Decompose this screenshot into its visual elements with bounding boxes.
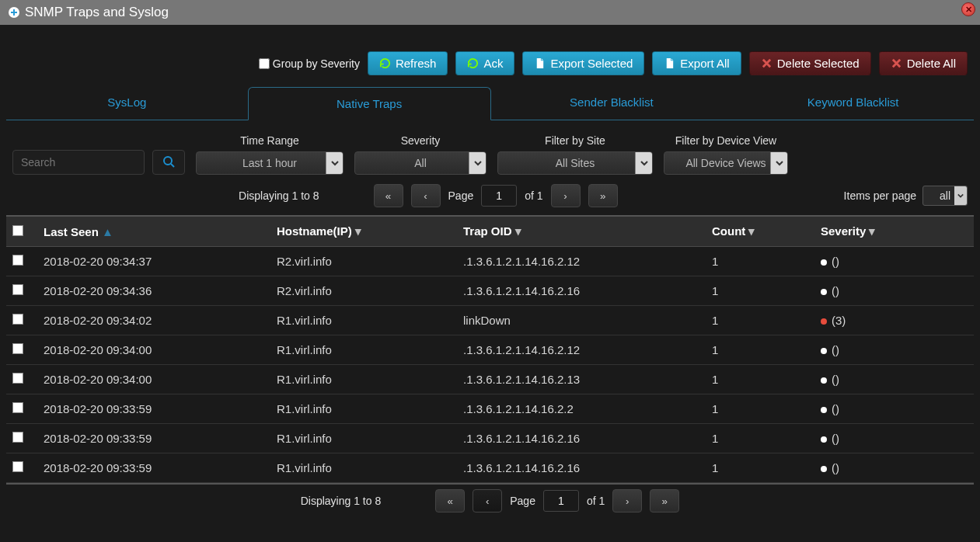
sort-icon: ▾ [355,224,361,238]
table-row[interactable]: 2018-02-20 09:33:59R1.virl.info.1.3.6.1.… [6,424,974,453]
site-value: All Sites [556,157,595,169]
chevron-down-icon [770,152,787,174]
cell-last-seen[interactable]: 2018-02-20 09:33:59 [37,453,270,483]
export-all-button[interactable]: Export All [652,51,741,75]
cell-severity: () [814,276,974,306]
severity-select[interactable]: All [354,151,487,175]
cell-last-seen[interactable]: 2018-02-20 09:34:00 [37,335,270,365]
sort-icon: ▾ [869,224,875,238]
items-per-page-value: all [940,189,950,202]
page-last-button[interactable]: » [588,184,618,207]
cell-trap-oid: .1.3.6.1.2.1.14.16.2.16 [457,453,706,483]
device-view-select[interactable]: All Device Views [664,151,788,175]
table-row[interactable]: 2018-02-20 09:34:00R1.virl.info.1.3.6.1.… [6,335,974,365]
delete-all-icon [891,57,902,69]
table-row[interactable]: 2018-02-20 09:34:02R1.virl.infolinkDown1… [6,306,974,335]
delete-selected-button[interactable]: Delete Selected [749,51,871,75]
delete-all-button[interactable]: Delete All [879,51,968,75]
device-view-label: Filter by Device View [675,134,776,147]
chevron-down-icon [326,152,343,174]
cell-trap-oid: .1.3.6.1.2.1.14.16.2.13 [457,365,706,394]
tab-bar: SysLog Native Traps Sender Blacklist Key… [6,86,974,120]
cell-severity: () [814,247,974,276]
cell-hostname[interactable]: R1.virl.info [270,365,457,394]
ack-label: Ack [483,57,503,70]
group-by-severity-checkbox[interactable]: Group by Severity [259,57,360,70]
cell-trap-oid: .1.3.6.1.2.1.14.16.2.16 [457,276,706,306]
col-hostname[interactable]: Hostname(IP)▾ [270,216,457,247]
table-row[interactable]: 2018-02-20 09:34:00R1.virl.info.1.3.6.1.… [6,365,974,394]
cell-hostname[interactable]: R1.virl.info [270,453,457,483]
page-input[interactable] [481,185,517,207]
cell-hostname[interactable]: R1.virl.info [270,335,457,365]
table-row[interactable]: 2018-02-20 09:33:59R1.virl.info.1.3.6.1.… [6,394,974,424]
group-by-severity-label: Group by Severity [273,57,360,70]
page-of-label: of 1 [587,495,605,507]
page-prev-button[interactable]: ‹ [473,489,502,512]
delete-selected-icon [761,57,772,69]
select-all-checkbox[interactable] [12,225,23,236]
close-icon[interactable]: ✕ [961,2,975,16]
severity-dot-icon [821,259,827,266]
page-first-button[interactable]: « [435,489,465,512]
page-prev-button[interactable]: ‹ [411,184,441,207]
cell-hostname[interactable]: R2.virl.info [270,276,457,306]
cell-last-seen[interactable]: 2018-02-20 09:34:37 [37,247,270,276]
cell-hostname[interactable]: R1.virl.info [270,306,457,335]
tab-sender-blacklist[interactable]: Sender Blacklist [491,86,733,120]
tab-syslog[interactable]: SysLog [6,86,248,120]
cell-last-seen[interactable]: 2018-02-20 09:34:36 [37,276,270,306]
table-row[interactable]: 2018-02-20 09:34:36R2.virl.info.1.3.6.1.… [6,276,974,306]
cell-last-seen[interactable]: 2018-02-20 09:33:59 [37,394,270,424]
cell-count: 1 [706,365,814,394]
cell-count: 1 [706,335,814,365]
search-button[interactable] [152,150,185,175]
page-input[interactable] [543,490,579,512]
cell-hostname[interactable]: R1.virl.info [270,424,457,453]
displaying-text: Displaying 1 to 8 [301,495,382,507]
group-by-severity-input[interactable] [259,58,270,69]
export-selected-button[interactable]: Export Selected [522,51,644,75]
row-checkbox[interactable] [12,314,23,325]
row-checkbox[interactable] [12,255,23,266]
col-severity[interactable]: Severity▾ [814,216,974,247]
ack-button[interactable]: Ack [455,51,514,75]
sort-icon: ▾ [748,224,755,238]
table-row[interactable]: 2018-02-20 09:34:37R2.virl.info.1.3.6.1.… [6,247,974,276]
cell-trap-oid: .1.3.6.1.2.1.14.16.2.2 [457,394,706,424]
page-first-button[interactable]: « [374,184,403,207]
export-all-label: Export All [680,57,729,70]
col-last-seen[interactable]: Last Seen▲ [37,216,270,247]
page-label: Page [448,189,474,202]
tab-native-traps[interactable]: Native Traps [248,87,491,120]
cell-last-seen[interactable]: 2018-02-20 09:34:00 [37,365,270,394]
cell-hostname[interactable]: R2.virl.info [270,247,457,276]
page-last-button[interactable]: » [650,489,679,512]
action-toolbar: Group by Severity Refresh Ack Export Sel… [6,31,974,86]
site-select[interactable]: All Sites [497,151,653,175]
table-row[interactable]: 2018-02-20 09:33:59R1.virl.info.1.3.6.1.… [6,453,974,483]
time-range-label: Time Range [240,134,299,147]
time-range-select[interactable]: Last 1 hour [196,151,344,175]
cell-last-seen[interactable]: 2018-02-20 09:33:59 [37,424,270,453]
cell-trap-oid: linkDown [457,306,706,335]
row-checkbox[interactable] [12,432,23,443]
row-checkbox[interactable] [12,402,23,413]
cell-severity: () [814,394,974,424]
cell-last-seen[interactable]: 2018-02-20 09:34:02 [37,306,270,335]
row-checkbox[interactable] [12,461,23,472]
page-next-button[interactable]: › [612,489,642,512]
search-input[interactable] [12,150,145,175]
col-count[interactable]: Count▾ [706,216,814,247]
row-checkbox[interactable] [12,373,23,384]
row-checkbox[interactable] [12,343,23,354]
tab-keyword-blacklist[interactable]: Keyword Blacklist [732,86,974,120]
page-next-button[interactable]: › [551,184,581,207]
refresh-button[interactable]: Refresh [368,51,448,75]
pager-bottom: Displaying 1 to 8 « ‹ Page of 1 › » [6,483,974,517]
col-trap-oid[interactable]: Trap OID▾ [457,216,706,247]
filter-bar: Time Range Last 1 hour Severity All Filt… [6,127,974,179]
row-checkbox[interactable] [12,284,23,295]
cell-hostname[interactable]: R1.virl.info [270,394,457,424]
items-per-page-select[interactable]: all [922,186,968,206]
